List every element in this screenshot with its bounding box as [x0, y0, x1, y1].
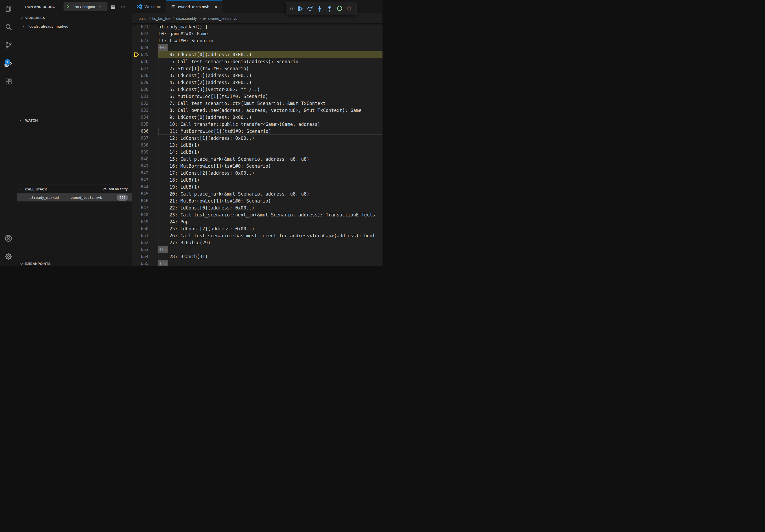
tab-welcome[interactable]: Welcome [132, 0, 166, 13]
line-number[interactable]: 648 [132, 211, 158, 218]
line-number[interactable]: 645 [132, 190, 158, 197]
debug-settings-button[interactable] [109, 3, 116, 10]
line-number[interactable]: 639 [132, 149, 158, 155]
line-content[interactable]: L1: ts#1#0: Scenario [158, 37, 382, 44]
tab-owned-tests[interactable]: owned_tests.mvb × [166, 0, 223, 13]
block-label-line[interactable]: B2: [158, 260, 382, 266]
line-number[interactable]: 642 [132, 169, 158, 176]
line-number[interactable]: 622 [132, 30, 158, 37]
continue-button[interactable] [296, 5, 304, 12]
close-icon[interactable]: × [215, 4, 217, 9]
line-number[interactable]: 651 [132, 232, 158, 239]
line-content[interactable]: 24: Pop [158, 218, 382, 225]
section-watch[interactable]: WATCH [17, 116, 132, 125]
line-number[interactable]: 655 [132, 260, 158, 266]
breadcrumb-item-disassembly[interactable]: disassembly [176, 16, 197, 21]
line-content[interactable]: 27: BrFalse(29) [158, 239, 382, 246]
account-button[interactable] [0, 230, 17, 248]
line-content[interactable]: 3: LdConst[1](address: 0x00..) [158, 72, 382, 79]
sidebar-item-search[interactable] [0, 18, 17, 36]
line-content[interactable]: 4: LdConst[2](address: 0x00..) [158, 79, 382, 86]
line-number[interactable]: 646 [132, 197, 158, 204]
step-out-button[interactable] [326, 5, 333, 12]
line-number[interactable]: 625 [132, 51, 158, 58]
breadcrumb-item-file[interactable]: owned_tests.mvb [203, 16, 238, 21]
line-number[interactable]: 624 [132, 44, 158, 51]
line-content[interactable]: 12: LdConst[1](address: 0x00..) [158, 135, 382, 142]
line-number[interactable]: 650 [132, 225, 158, 232]
line-content[interactable]: 23: Call test_scenario::next_tx(&mut Sce… [158, 211, 382, 218]
start-debugging-button[interactable] [64, 2, 72, 11]
restart-button[interactable] [336, 5, 343, 12]
line-number[interactable]: 635 [132, 121, 158, 128]
line-content[interactable]: 1: Call test_scenario::begin(address): S… [158, 58, 382, 65]
launch-configuration-dropdown[interactable]: No Configura [64, 2, 108, 11]
line-content[interactable]: 19: LdU8(1) [158, 183, 382, 190]
section-variables[interactable]: VARIABLES [17, 13, 132, 22]
sidebar-item-extensions[interactable] [0, 73, 17, 91]
line-content[interactable]: 16: MutBorrowLoc[1](ts#1#0: Scenario) [158, 162, 382, 169]
line-content[interactable]: 25: LdConst[2](address: 0x00..) [158, 225, 382, 232]
line-number[interactable]: 629 [132, 79, 158, 86]
breadcrumb-item-build[interactable]: build [139, 16, 147, 21]
line-number[interactable]: 640 [132, 155, 158, 162]
line-content[interactable]: 11: MutBorrowLoc[1](ts#1#0: Scenario) [158, 128, 382, 135]
line-number[interactable]: 623 [132, 37, 158, 44]
line-number[interactable]: 636 [132, 128, 158, 135]
line-content[interactable]: 10: Call transfer::public_transfer<Game>… [158, 121, 382, 128]
manage-button[interactable] [0, 248, 17, 266]
views-more-actions-button[interactable] [120, 3, 127, 10]
line-number[interactable]: 634 [132, 114, 158, 121]
line-number[interactable]: 638 [132, 142, 158, 149]
line-number[interactable]: 653 [132, 246, 158, 253]
call-stack-frame[interactable]: already_marked owned_tests.mvb 625 [17, 193, 132, 201]
section-call-stack[interactable]: CALL STACK Paused on entry [17, 184, 132, 193]
toolbar-drag-handle[interactable] [289, 5, 294, 12]
line-number[interactable]: 626 [132, 58, 158, 65]
line-number[interactable]: 627 [132, 65, 158, 72]
line-content[interactable]: L0: game#2#0: Game [158, 30, 382, 37]
step-into-button[interactable] [316, 5, 323, 12]
line-number[interactable]: 641 [132, 162, 158, 169]
line-content[interactable]: 0: LdConst[0](address: 0x00..) [158, 51, 382, 58]
line-number[interactable]: 632 [132, 100, 158, 107]
stop-button[interactable] [346, 5, 353, 12]
step-over-button[interactable] [306, 5, 313, 12]
block-label-line[interactable]: B0: [158, 44, 382, 51]
line-number[interactable]: 644 [132, 183, 158, 190]
line-number[interactable]: 647 [132, 204, 158, 211]
line-content[interactable]: 9: LdConst[0](address: 0x00..) [158, 114, 382, 121]
line-number[interactable]: 654 [132, 253, 158, 260]
sidebar-item-explorer[interactable] [0, 0, 17, 18]
line-content[interactable]: 28: Branch(31) [158, 253, 382, 260]
section-breakpoints[interactable]: BREAKPOINTS [17, 259, 132, 266]
line-content[interactable]: already_marked() { [158, 23, 382, 30]
line-content[interactable]: 26: Call test_scenario::has_most_recent_… [158, 232, 382, 239]
line-content[interactable]: 18: LdU8(1) [158, 176, 382, 183]
line-content[interactable]: 20: Call place_mark(&mut Scenario, addre… [158, 190, 382, 197]
line-content[interactable]: 14: LdU8(1) [158, 149, 382, 155]
breadcrumb-item-tic-tac-toe[interactable]: tic_tac_toe [152, 16, 171, 21]
line-content[interactable]: 13: LdU8(1) [158, 142, 382, 149]
line-number[interactable]: 628 [132, 72, 158, 79]
line-number[interactable]: 649 [132, 218, 158, 225]
line-content[interactable]: 15: Call place_mark(&mut Scenario, addre… [158, 155, 382, 162]
line-content[interactable]: 21: MutBorrowLoc[1](ts#1#0: Scenario) [158, 197, 382, 204]
line-content[interactable]: 17: LdConst[2](address: 0x00..) [158, 169, 382, 176]
line-content[interactable]: 8: Call owned::new(address, address, vec… [158, 107, 382, 114]
block-label-line[interactable]: B1: [158, 246, 382, 253]
line-number[interactable]: 621 [132, 23, 158, 30]
sidebar-item-source-control[interactable] [0, 36, 17, 55]
line-number[interactable]: 637 [132, 135, 158, 142]
line-content[interactable]: 22: LdConst[0](address: 0x00..) [158, 204, 382, 211]
line-content[interactable]: 2: StLoc[1](ts#1#0: Scenario) [158, 65, 382, 72]
line-content[interactable]: 5: LdConst[3](vector<u8>: "" /..) [158, 86, 382, 93]
line-content[interactable]: 6: MutBorrowLoc[1](ts#1#0: Scenario) [158, 93, 382, 100]
line-number[interactable]: 630 [132, 86, 158, 93]
line-number[interactable]: 633 [132, 107, 158, 114]
variables-scope-locals[interactable]: locals: already_marked [17, 23, 132, 30]
line-content[interactable]: 7: Call test_scenario::ctx(&mut Scenario… [158, 100, 382, 107]
line-number[interactable]: 652 [132, 239, 158, 246]
sidebar-item-run-and-debug[interactable]: 1 [0, 55, 17, 73]
line-number[interactable]: 643 [132, 176, 158, 183]
